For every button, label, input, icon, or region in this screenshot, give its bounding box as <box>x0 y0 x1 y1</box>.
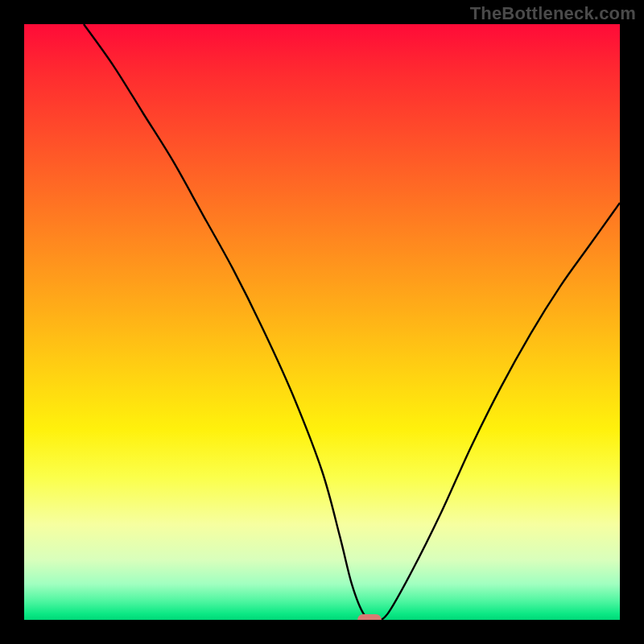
watermark-text: TheBottleneck.com <box>470 3 636 24</box>
plot-area <box>24 24 620 620</box>
optimal-point-marker <box>357 614 382 620</box>
chart-frame: TheBottleneck.com <box>0 0 644 644</box>
bottleneck-curve <box>24 24 620 620</box>
